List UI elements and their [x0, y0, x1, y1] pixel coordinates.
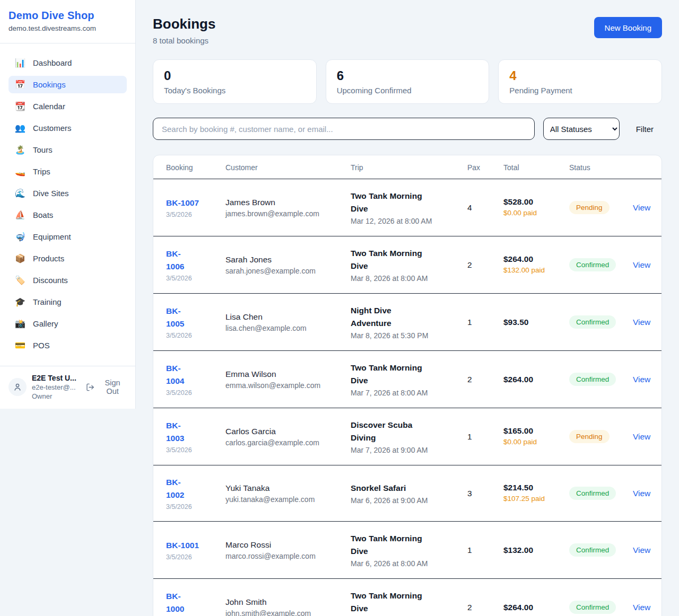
total-amount: $214.50 — [503, 483, 569, 492]
sidebar-item-label: Training — [33, 297, 62, 306]
sidebar-nav: 📊 Dashboard 📅 Bookings 📆 Calendar 👥 Cust… — [0, 43, 135, 366]
booking-id-link[interactable]: BK- 1006 — [166, 248, 184, 273]
sidebar-item-label: POS — [33, 341, 50, 350]
table-row[interactable]: BK-1007 3/5/2026 James Brown james.brown… — [153, 179, 661, 236]
status-badge: Confirmed — [569, 601, 616, 614]
booking-date: 3/5/2026 — [166, 389, 225, 397]
sidebar-item-label: Trips — [33, 167, 50, 176]
stat-card-today-s-bookings: 0 Today's Bookings — [153, 59, 317, 104]
sign-out-button[interactable]: Sign Out — [86, 379, 127, 395]
filter-button[interactable]: Filter — [628, 125, 662, 134]
trip-name: Two Tank Morning Dive — [351, 362, 430, 387]
bar-chart-icon: 📊 — [15, 59, 25, 67]
view-link[interactable]: View — [626, 545, 650, 555]
table-row[interactable]: BK-1001 3/5/2026 Marco Rossi marco.rossi… — [153, 521, 661, 578]
table-row[interactable]: BK- 1002 3/5/2026 Yuki Tanaka yuki.tanak… — [153, 465, 661, 521]
stat-card-upcoming-confirmed: 6 Upcoming Confirmed — [326, 59, 490, 104]
booking-id-link[interactable]: BK- 1005 — [166, 305, 184, 330]
sidebar-item-dive-sites[interactable]: 🌊 Dive Sites — [8, 184, 127, 202]
sidebar-item-discounts[interactable]: 🏷️ Discounts — [8, 271, 127, 289]
sidebar-item-calendar[interactable]: 📆 Calendar — [8, 98, 127, 115]
sidebar-item-equipment[interactable]: 🤿 Equipment — [8, 228, 127, 245]
table-row[interactable]: BK- 1000 3/5/2026 John Smith john.smith@… — [153, 578, 661, 616]
sidebar-item-pos[interactable]: 💳 POS — [8, 337, 127, 354]
trip-name: Two Tank Morning Dive — [351, 589, 430, 615]
pax-count: 1 — [467, 545, 503, 555]
search-input[interactable] — [153, 118, 535, 140]
view-link[interactable]: View — [626, 603, 650, 612]
sidebar-item-boats[interactable]: ⛵ Boats — [8, 206, 127, 224]
sailboat-icon: ⛵ — [15, 211, 25, 219]
sidebar-item-label: Products — [33, 254, 64, 263]
table-row[interactable]: BK- 1005 3/5/2026 Lisa Chen lisa.chen@ex… — [153, 293, 661, 350]
tear-off-calendar-icon: 📆 — [15, 102, 25, 111]
status-badge: Confirmed — [569, 487, 616, 500]
sidebar-item-dashboard[interactable]: 📊 Dashboard — [8, 54, 127, 72]
booking-id-link[interactable]: BK-1001 — [166, 539, 199, 552]
booking-id-link[interactable]: BK- 1003 — [166, 419, 184, 445]
trip-datetime: Mar 8, 2026 at 5:30 PM — [351, 331, 430, 340]
customer-name: Carlos Garcia — [225, 427, 351, 436]
status-badge: Confirmed — [569, 315, 616, 329]
customer-email: james.brown@example.com — [225, 209, 351, 218]
booking-id-link[interactable]: BK- 1004 — [166, 362, 184, 388]
view-link[interactable]: View — [626, 489, 650, 498]
sidebar-item-label: Equipment — [33, 232, 71, 241]
stat-card-pending-payment: 4 Pending Payment — [498, 59, 662, 104]
table-row[interactable]: BK- 1003 3/5/2026 Carlos Garcia carlos.g… — [153, 408, 661, 465]
booking-date: 3/5/2026 — [166, 275, 225, 282]
status-badge: Confirmed — [569, 258, 616, 271]
package-icon: 📦 — [15, 254, 25, 263]
sign-out-icon — [86, 383, 94, 392]
total-amount: $264.00 — [503, 254, 569, 264]
table-body: BK-1007 3/5/2026 James Brown james.brown… — [153, 179, 661, 616]
sidebar-item-training[interactable]: 🎓 Training — [8, 293, 127, 311]
view-link[interactable]: View — [626, 432, 650, 441]
trip-name: Night Dive Adventure — [351, 304, 430, 330]
pax-count: 3 — [467, 489, 503, 498]
status-select[interactable]: All Statuses — [543, 118, 620, 140]
view-link[interactable]: View — [626, 203, 650, 212]
customer-name: Emma Wilson — [225, 369, 351, 379]
label-tag-icon: 🏷️ — [15, 276, 25, 285]
shop-domain: demo.test.divestreams.com — [8, 24, 127, 32]
sidebar-item-gallery[interactable]: 📸 Gallery — [8, 315, 127, 332]
customer-name: Lisa Chen — [225, 312, 351, 322]
view-link[interactable]: View — [626, 318, 650, 327]
stat-label: Pending Payment — [509, 86, 651, 95]
stat-value: 4 — [509, 69, 651, 83]
calendar-icon: 📅 — [15, 81, 25, 89]
trip-datetime: Mar 12, 2026 at 8:00 AM — [351, 217, 430, 225]
table-row[interactable]: BK- 1004 3/5/2026 Emma Wilson emma.wilso… — [153, 350, 661, 408]
booking-id-link[interactable]: BK- 1000 — [166, 590, 184, 615]
booking-id-link[interactable]: BK- 1002 — [166, 476, 184, 501]
column-header-total: Total — [503, 163, 569, 172]
booking-id-link[interactable]: BK-1007 — [166, 197, 199, 209]
trip-datetime: Mar 7, 2026 at 8:00 AM — [351, 389, 430, 397]
sidebar-item-label: Customers — [33, 124, 72, 133]
sidebar-item-tours[interactable]: 🏝️ Tours — [8, 141, 127, 159]
sidebar-item-bookings[interactable]: 📅 Bookings — [8, 76, 127, 93]
customer-email: marco.rossi@example.com — [225, 552, 351, 560]
sidebar-item-label: Dive Sites — [33, 189, 69, 198]
sidebar-item-products[interactable]: 📦 Products — [8, 250, 127, 267]
sidebar: Demo Dive Shop demo.test.divestreams.com… — [0, 0, 136, 409]
new-booking-button[interactable]: New Booking — [594, 17, 662, 38]
stat-value: 0 — [164, 69, 306, 83]
avatar — [8, 378, 27, 396]
customer-email: john.smith@example.com — [225, 609, 351, 616]
trip-datetime: Mar 7, 2026 at 9:00 AM — [351, 446, 430, 454]
sidebar-item-trips[interactable]: 🚤 Trips — [8, 163, 127, 180]
sidebar-item-label: Gallery — [33, 319, 58, 328]
diving-mask-icon: 🤿 — [15, 233, 25, 241]
table-header-row: BookingCustomerTripPaxTotalStatus — [153, 155, 661, 179]
pax-count: 2 — [467, 603, 503, 612]
user-email: e2e-tester@... — [32, 383, 81, 391]
table-row[interactable]: BK- 1006 3/5/2026 Sarah Jones sarah.jone… — [153, 236, 661, 293]
credit-card-icon: 💳 — [15, 341, 25, 350]
sidebar-item-customers[interactable]: 👥 Customers — [8, 119, 127, 137]
view-link[interactable]: View — [626, 375, 650, 384]
booking-date: 3/5/2026 — [166, 553, 225, 561]
column-header-booking: Booking — [166, 163, 225, 172]
view-link[interactable]: View — [626, 260, 650, 269]
